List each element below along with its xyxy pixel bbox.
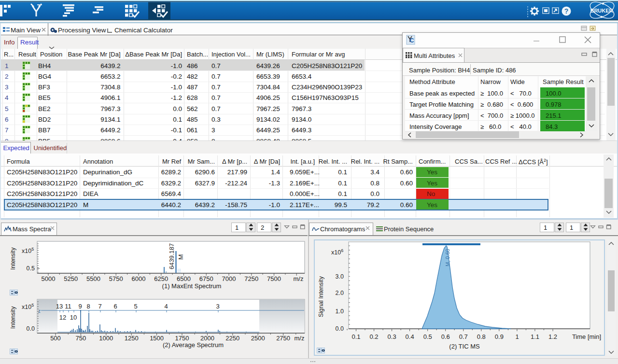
- svg-text:5000: 5000: [42, 275, 56, 282]
- svg-text:13: 13: [56, 303, 63, 310]
- svg-text:(1) MaxEnt Spectrum: (1) MaxEnt Spectrum: [162, 282, 222, 290]
- svg-text:Signal Intensity: Signal Intensity: [318, 276, 324, 317]
- svg-text:4: 4: [164, 303, 168, 310]
- svg-text:8: 8: [86, 303, 90, 310]
- svg-text:1250: 1250: [125, 335, 139, 342]
- svg-text:1.2: 1.2: [548, 333, 557, 340]
- svg-text:0.3: 0.3: [388, 333, 396, 340]
- svg-text:?: ?: [564, 7, 569, 15]
- svg-text:6439.187: 6439.187: [168, 243, 175, 269]
- svg-text:9: 9: [78, 303, 82, 310]
- svg-text:0.2: 0.2: [369, 333, 378, 340]
- svg-text:(2) TIC MS: (2) TIC MS: [449, 343, 480, 350]
- svg-text:1.0: 1.0: [336, 308, 344, 315]
- svg-text:7: 7: [98, 303, 101, 310]
- svg-text:2750: 2750: [276, 335, 290, 342]
- svg-text:11: 11: [65, 303, 71, 310]
- svg-text:2000: 2000: [200, 335, 214, 342]
- svg-text:1.1: 1.1: [531, 333, 539, 340]
- svg-text:1: 1: [515, 333, 519, 340]
- svg-text:1500: 1500: [150, 335, 164, 342]
- svg-text:z: z: [38, 308, 41, 314]
- svg-text:0.8: 0.8: [477, 333, 486, 340]
- svg-text:6750: 6750: [199, 275, 213, 282]
- svg-text:5750: 5750: [109, 275, 123, 282]
- svg-text:BRUKER: BRUKER: [590, 8, 613, 14]
- svg-text:0.7: 0.7: [459, 333, 468, 340]
- svg-text:7250: 7250: [244, 275, 258, 282]
- svg-text:0.6: 0.6: [441, 333, 450, 340]
- svg-text:6250: 6250: [154, 275, 168, 282]
- svg-text:0.0: 0.0: [27, 325, 35, 332]
- svg-text:7500: 7500: [267, 275, 281, 282]
- svg-text:10: 10: [70, 314, 77, 321]
- svg-text:0.5: 0.5: [423, 333, 432, 340]
- svg-text:750: 750: [76, 335, 86, 342]
- svg-text:6: 6: [113, 303, 117, 310]
- svg-text:1750: 1750: [175, 335, 189, 342]
- svg-text:Intensity: Intensity: [10, 306, 16, 329]
- svg-text:0.0: 0.0: [336, 325, 344, 332]
- svg-text:3: 3: [216, 303, 219, 310]
- svg-text:m/z: m/z: [294, 275, 304, 282]
- svg-text:2500: 2500: [251, 335, 265, 342]
- svg-text:5250: 5250: [64, 275, 78, 282]
- svg-text:m/z: m/z: [295, 335, 305, 342]
- svg-text:5500: 5500: [86, 275, 100, 282]
- svg-text:Intensity: Intensity: [10, 247, 16, 270]
- svg-text:12: 12: [59, 314, 66, 321]
- svg-text:0.1: 0.1: [351, 333, 360, 340]
- svg-text:M: M: [177, 254, 184, 260]
- svg-text:7000: 7000: [222, 275, 236, 282]
- svg-text:(2) Average Spectrum: (2) Average Spectrum: [163, 341, 224, 349]
- svg-text:x106: x106: [331, 248, 343, 256]
- svg-text:M, 0.60: M, 0.60: [445, 249, 450, 266]
- svg-text:2250: 2250: [225, 335, 239, 342]
- svg-text:1000: 1000: [99, 335, 113, 342]
- svg-text:Time [min]: Time [min]: [572, 333, 601, 340]
- svg-text:0.4: 0.4: [406, 333, 414, 340]
- svg-text:0.5: 0.5: [27, 265, 35, 272]
- svg-text:2.0: 2.0: [336, 290, 344, 296]
- svg-text:x105: x105: [22, 247, 34, 254]
- svg-text:x105: x105: [22, 303, 34, 310]
- svg-text:500: 500: [50, 335, 61, 342]
- svg-text:C: C: [410, 37, 414, 44]
- svg-text:0.9: 0.9: [495, 333, 504, 340]
- svg-text:5: 5: [134, 303, 137, 310]
- svg-text:6000: 6000: [132, 275, 146, 282]
- svg-text:6500: 6500: [177, 275, 191, 282]
- svg-text:3.0: 3.0: [336, 273, 344, 280]
